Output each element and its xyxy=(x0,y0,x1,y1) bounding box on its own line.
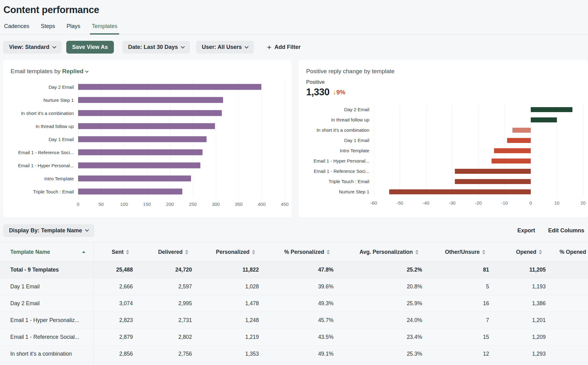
bar xyxy=(492,159,531,164)
chart-row: In short it's a combination xyxy=(303,125,588,135)
chart-row: Email 1 - Reference Soci... xyxy=(303,166,588,176)
bar xyxy=(494,148,531,153)
axis-tick-label: 0 xyxy=(77,201,79,207)
value-cell: 2,995 xyxy=(138,295,198,312)
sort-ascending-icon xyxy=(82,251,85,253)
column-header-personalized[interactable]: Personalized xyxy=(198,243,264,262)
chart-category-label: Email 1 - Reference Soci... xyxy=(303,168,374,174)
right-chart-title: Positive reply change by template xyxy=(299,60,588,75)
value-cell: 11,205 xyxy=(495,262,551,278)
value-cell: 2,731 xyxy=(138,312,198,329)
value-cell: 25.3% xyxy=(339,346,428,363)
value-cell xyxy=(551,278,588,295)
bar xyxy=(455,169,531,174)
metric-delta: ↓ 9% xyxy=(333,89,345,96)
reply-change-chart-card: Positive reply change by template Positi… xyxy=(299,60,588,218)
chart-category-label: Nurture Step 1 xyxy=(7,97,78,103)
save-view-as-label: Save View As xyxy=(72,44,108,50)
chart-x-axis: -60-50-40-30-20-1001020 xyxy=(374,197,583,208)
positive-reply-metric: Positive 1,330 ↓ 9% xyxy=(299,75,588,98)
value-cell xyxy=(551,295,588,312)
value-cell: 15 xyxy=(428,329,495,346)
axis-tick-label: 100 xyxy=(120,201,128,207)
bar xyxy=(507,138,531,143)
bar xyxy=(78,176,191,182)
column-header-sent[interactable]: Sent xyxy=(93,243,138,262)
template-name-cell: Day 2 Email xyxy=(0,295,93,312)
export-button[interactable]: Export xyxy=(517,227,535,234)
axis-tick-label: 400 xyxy=(258,201,266,207)
value-cell: 1,209 xyxy=(495,329,551,346)
value-cell: 11,822 xyxy=(198,262,264,278)
chart-category-label: Day 1 Email xyxy=(303,138,374,143)
value-cell xyxy=(551,329,588,346)
value-cell: 24,720 xyxy=(138,262,198,278)
display-by-label: Display By: Template Name xyxy=(9,227,82,234)
left-chart-title: Email templates by Replied xyxy=(3,60,292,75)
display-by-dropdown[interactable]: Display By: Template Name xyxy=(3,224,94,237)
page-title: Content performance xyxy=(0,0,588,16)
value-cell: 39.6% xyxy=(264,278,339,295)
total-row: Total - 9 Templates25,48824,72011,82247.… xyxy=(0,262,588,278)
view-dropdown[interactable]: View: Standard xyxy=(3,41,62,54)
reply-change-bar-chart: Day 2 EmailIn thread follow upIn short i… xyxy=(299,104,588,208)
date-dropdown-label: Date: Last 30 Days xyxy=(128,44,178,50)
column-header-label: Other/Unsure xyxy=(445,249,480,255)
template-name-cell: Email 1 - Reference Social... xyxy=(0,329,93,346)
axis-tick-label: 350 xyxy=(235,201,243,207)
tab-templates[interactable]: Templates xyxy=(91,22,118,34)
column-header-other-unsure[interactable]: Other/Unsure xyxy=(428,243,495,262)
save-view-as-button[interactable]: Save View As xyxy=(66,41,114,54)
axis-tick-label: 0 xyxy=(530,200,532,206)
sort-icon xyxy=(539,250,542,254)
chart-row: Intro Template xyxy=(303,145,588,156)
value-cell: 1,028 xyxy=(198,278,264,295)
chart-row: Nurture Step 1 xyxy=(303,187,588,197)
axis-tick-label: 10 xyxy=(554,200,560,206)
value-cell: 1,293 xyxy=(495,346,551,363)
chart-category-label: In thread follow up xyxy=(7,124,78,129)
value-cell: 43.5% xyxy=(264,329,339,346)
chart-rows: Day 2 EmailIn thread follow upIn short i… xyxy=(303,104,588,197)
value-cell xyxy=(551,262,588,278)
chart-category-label: Nurture Step 1 xyxy=(303,189,374,194)
chart-category-label: Day 2 Email xyxy=(7,84,78,90)
template-name-cell: In short it's a combination xyxy=(0,346,93,363)
chart-category-label: In short it's a combination xyxy=(7,111,78,116)
arrow-down-icon: ↓ xyxy=(333,89,336,96)
metric-selector-dropdown[interactable]: Replied xyxy=(62,68,88,75)
bar xyxy=(455,179,531,184)
metric-delta-value: 9% xyxy=(336,89,345,96)
email-templates-bar-chart: Day 2 EmailNurture Step 1In short it's a… xyxy=(3,80,292,209)
column-header-personalized[interactable]: % Personalized xyxy=(264,243,339,262)
tab-steps[interactable]: Steps xyxy=(40,22,56,34)
column-header-opened[interactable]: % Opened xyxy=(551,243,588,262)
table-row: In short it's a combination2,8562,7561,3… xyxy=(0,346,588,363)
table-row: Day 2 Email3,0742,9951,47849.3%25.9%161,… xyxy=(0,295,588,312)
axis-tick-label: -10 xyxy=(501,200,508,206)
column-header-template-name[interactable]: Template Name xyxy=(0,243,93,262)
edit-columns-button[interactable]: Edit Columns xyxy=(548,227,584,234)
column-header-avg-personalization[interactable]: Avg. Personalization xyxy=(339,243,428,262)
value-cell: 45.7% xyxy=(264,312,339,329)
value-cell: 1,193 xyxy=(495,278,551,295)
value-cell: 20.8% xyxy=(339,278,428,295)
date-dropdown[interactable]: Date: Last 30 Days xyxy=(122,41,190,54)
chart-category-label: Day 2 Email xyxy=(303,107,374,112)
tab-plays[interactable]: Plays xyxy=(66,22,81,34)
add-filter-button[interactable]: + Add Filter xyxy=(267,44,301,50)
chart-row: Intro Template xyxy=(7,172,292,185)
value-cell: 1,201 xyxy=(495,312,551,329)
value-cell: 16 xyxy=(428,295,495,312)
tab-cadences[interactable]: Cadences xyxy=(3,22,30,34)
column-header-delivered[interactable]: Delivered xyxy=(138,243,198,262)
chart-category-label: Email 1 - Hyper Personal... xyxy=(303,158,374,164)
table-controls: Display By: Template Name Export Edit Co… xyxy=(0,224,588,237)
column-header-label: Template Name xyxy=(10,249,50,255)
template-name-cell: Total - 9 Templates xyxy=(0,262,93,278)
left-chart-title-text: Email templates by xyxy=(11,68,61,74)
user-dropdown[interactable]: User: All Users xyxy=(196,41,254,54)
column-header-opened[interactable]: Opened xyxy=(495,243,551,262)
value-cell xyxy=(138,363,198,365)
axis-tick-label: 300 xyxy=(212,201,220,207)
